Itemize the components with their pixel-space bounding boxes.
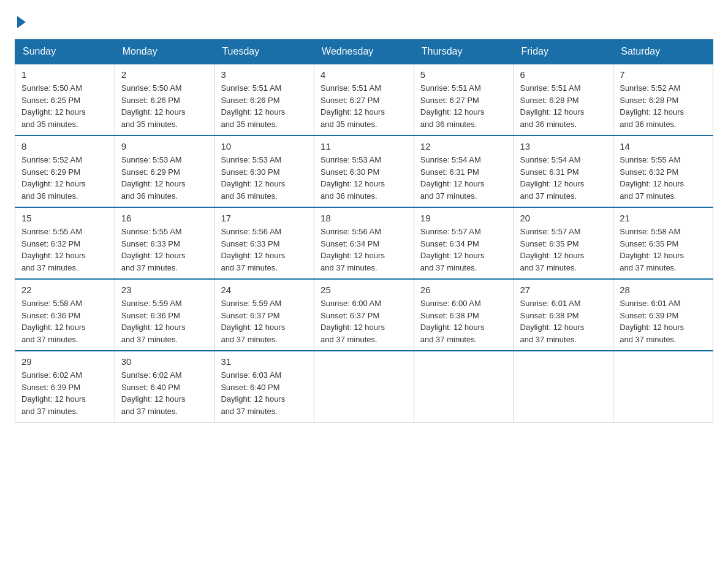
day-number: 24 bbox=[221, 285, 308, 295]
day-number: 17 bbox=[221, 213, 308, 223]
day-number: 21 bbox=[620, 213, 707, 223]
day-info: Sunrise: 5:57 AMSunset: 6:35 PMDaylight:… bbox=[520, 226, 607, 274]
day-info: Sunrise: 5:57 AMSunset: 6:34 PMDaylight:… bbox=[420, 226, 507, 274]
calendar-cell: 24Sunrise: 5:59 AMSunset: 6:37 PMDayligh… bbox=[214, 279, 314, 351]
calendar-cell: 11Sunrise: 5:53 AMSunset: 6:30 PMDayligh… bbox=[314, 136, 414, 207]
calendar-cell: 4Sunrise: 5:51 AMSunset: 6:27 PMDaylight… bbox=[314, 64, 414, 136]
calendar-cell: 15Sunrise: 5:55 AMSunset: 6:32 PMDayligh… bbox=[15, 207, 115, 279]
day-number: 22 bbox=[21, 285, 108, 295]
weekday-header-tuesday: Tuesday bbox=[214, 40, 314, 64]
calendar-cell: 20Sunrise: 5:57 AMSunset: 6:35 PMDayligh… bbox=[514, 207, 613, 279]
day-info: Sunrise: 5:59 AMSunset: 6:37 PMDaylight:… bbox=[221, 297, 308, 345]
day-info: Sunrise: 5:53 AMSunset: 6:30 PMDaylight:… bbox=[320, 154, 408, 202]
day-info: Sunrise: 5:59 AMSunset: 6:36 PMDaylight:… bbox=[121, 297, 208, 345]
day-info: Sunrise: 5:56 AMSunset: 6:33 PMDaylight:… bbox=[221, 226, 308, 274]
calendar-cell: 28Sunrise: 6:01 AMSunset: 6:39 PMDayligh… bbox=[613, 279, 713, 351]
day-info: Sunrise: 5:51 AMSunset: 6:26 PMDaylight:… bbox=[221, 82, 308, 130]
calendar-cell: 16Sunrise: 5:55 AMSunset: 6:33 PMDayligh… bbox=[115, 207, 214, 279]
day-number: 6 bbox=[520, 69, 607, 80]
calendar-cell: 22Sunrise: 5:58 AMSunset: 6:36 PMDayligh… bbox=[15, 279, 115, 351]
calendar-cell: 23Sunrise: 5:59 AMSunset: 6:36 PMDayligh… bbox=[115, 279, 214, 351]
day-info: Sunrise: 5:55 AMSunset: 6:32 PMDaylight:… bbox=[21, 226, 108, 274]
calendar-cell: 18Sunrise: 5:56 AMSunset: 6:34 PMDayligh… bbox=[314, 207, 414, 279]
calendar-cell: 2Sunrise: 5:50 AMSunset: 6:26 PMDaylight… bbox=[115, 64, 214, 136]
calendar-cell bbox=[613, 351, 713, 423]
day-number: 19 bbox=[420, 213, 507, 223]
calendar-cell: 13Sunrise: 5:54 AMSunset: 6:31 PMDayligh… bbox=[514, 136, 613, 207]
day-number: 23 bbox=[121, 285, 208, 295]
week-row-3: 15Sunrise: 5:55 AMSunset: 6:32 PMDayligh… bbox=[15, 207, 713, 279]
week-row-5: 29Sunrise: 6:02 AMSunset: 6:39 PMDayligh… bbox=[15, 351, 713, 423]
calendar-cell: 17Sunrise: 5:56 AMSunset: 6:33 PMDayligh… bbox=[214, 207, 314, 279]
day-info: Sunrise: 5:56 AMSunset: 6:34 PMDaylight:… bbox=[320, 226, 408, 274]
day-info: Sunrise: 5:50 AMSunset: 6:25 PMDaylight:… bbox=[21, 82, 108, 130]
day-number: 4 bbox=[320, 69, 408, 80]
day-number: 30 bbox=[121, 356, 208, 367]
day-number: 5 bbox=[420, 69, 507, 80]
calendar-cell bbox=[314, 351, 414, 423]
day-number: 10 bbox=[221, 141, 308, 151]
calendar-table: SundayMondayTuesdayWednesdayThursdayFrid… bbox=[15, 39, 713, 423]
day-number: 1 bbox=[21, 69, 108, 80]
day-info: Sunrise: 5:58 AMSunset: 6:36 PMDaylight:… bbox=[21, 297, 108, 345]
day-number: 14 bbox=[620, 141, 707, 151]
calendar-cell: 12Sunrise: 5:54 AMSunset: 6:31 PMDayligh… bbox=[414, 136, 514, 207]
day-number: 9 bbox=[121, 141, 208, 151]
day-info: Sunrise: 6:01 AMSunset: 6:38 PMDaylight:… bbox=[520, 297, 607, 345]
day-info: Sunrise: 5:53 AMSunset: 6:30 PMDaylight:… bbox=[221, 154, 308, 202]
day-info: Sunrise: 5:58 AMSunset: 6:35 PMDaylight:… bbox=[620, 226, 707, 274]
calendar-cell: 9Sunrise: 5:53 AMSunset: 6:29 PMDaylight… bbox=[115, 136, 214, 207]
day-info: Sunrise: 5:55 AMSunset: 6:32 PMDaylight:… bbox=[620, 154, 707, 202]
day-info: Sunrise: 5:50 AMSunset: 6:26 PMDaylight:… bbox=[121, 82, 208, 130]
weekday-header-monday: Monday bbox=[115, 40, 214, 64]
calendar-cell: 5Sunrise: 5:51 AMSunset: 6:27 PMDaylight… bbox=[414, 64, 514, 136]
day-number: 28 bbox=[620, 285, 707, 295]
calendar-cell: 26Sunrise: 6:00 AMSunset: 6:38 PMDayligh… bbox=[414, 279, 514, 351]
day-info: Sunrise: 5:52 AMSunset: 6:28 PMDaylight:… bbox=[620, 82, 707, 130]
day-info: Sunrise: 5:51 AMSunset: 6:27 PMDaylight:… bbox=[320, 82, 408, 130]
calendar-cell bbox=[514, 351, 613, 423]
day-number: 12 bbox=[420, 141, 507, 151]
calendar-cell: 3Sunrise: 5:51 AMSunset: 6:26 PMDaylight… bbox=[214, 64, 314, 136]
day-number: 2 bbox=[121, 69, 208, 80]
calendar-cell: 19Sunrise: 5:57 AMSunset: 6:34 PMDayligh… bbox=[414, 207, 514, 279]
weekday-header-row: SundayMondayTuesdayWednesdayThursdayFrid… bbox=[15, 40, 713, 64]
calendar-cell: 1Sunrise: 5:50 AMSunset: 6:25 PMDaylight… bbox=[15, 64, 115, 136]
logo bbox=[15, 15, 26, 27]
day-number: 11 bbox=[320, 141, 408, 151]
day-number: 13 bbox=[520, 141, 607, 151]
day-info: Sunrise: 6:00 AMSunset: 6:37 PMDaylight:… bbox=[320, 297, 408, 345]
day-info: Sunrise: 5:51 AMSunset: 6:28 PMDaylight:… bbox=[520, 82, 607, 130]
week-row-1: 1Sunrise: 5:50 AMSunset: 6:25 PMDaylight… bbox=[15, 64, 713, 136]
day-number: 18 bbox=[320, 213, 408, 223]
day-info: Sunrise: 5:52 AMSunset: 6:29 PMDaylight:… bbox=[21, 154, 108, 202]
day-info: Sunrise: 6:02 AMSunset: 6:39 PMDaylight:… bbox=[21, 369, 108, 417]
weekday-header-thursday: Thursday bbox=[414, 40, 514, 64]
day-number: 26 bbox=[420, 285, 507, 295]
week-row-2: 8Sunrise: 5:52 AMSunset: 6:29 PMDaylight… bbox=[15, 136, 713, 207]
calendar-cell: 8Sunrise: 5:52 AMSunset: 6:29 PMDaylight… bbox=[15, 136, 115, 207]
calendar-cell: 10Sunrise: 5:53 AMSunset: 6:30 PMDayligh… bbox=[214, 136, 314, 207]
weekday-header-saturday: Saturday bbox=[613, 40, 713, 64]
day-number: 29 bbox=[21, 356, 108, 367]
logo-arrow-icon bbox=[17, 16, 26, 28]
calendar-cell: 21Sunrise: 5:58 AMSunset: 6:35 PMDayligh… bbox=[613, 207, 713, 279]
day-number: 15 bbox=[21, 213, 108, 223]
day-number: 7 bbox=[620, 69, 707, 80]
weekday-header-friday: Friday bbox=[514, 40, 613, 64]
weekday-header-sunday: Sunday bbox=[15, 40, 115, 64]
day-number: 25 bbox=[320, 285, 408, 295]
day-info: Sunrise: 5:54 AMSunset: 6:31 PMDaylight:… bbox=[420, 154, 507, 202]
page-header bbox=[15, 15, 713, 27]
day-number: 20 bbox=[520, 213, 607, 223]
calendar-cell: 7Sunrise: 5:52 AMSunset: 6:28 PMDaylight… bbox=[613, 64, 713, 136]
weekday-header-wednesday: Wednesday bbox=[314, 40, 414, 64]
calendar-cell: 25Sunrise: 6:00 AMSunset: 6:37 PMDayligh… bbox=[314, 279, 414, 351]
day-info: Sunrise: 6:01 AMSunset: 6:39 PMDaylight:… bbox=[620, 297, 707, 345]
calendar-cell: 14Sunrise: 5:55 AMSunset: 6:32 PMDayligh… bbox=[613, 136, 713, 207]
day-number: 3 bbox=[221, 69, 308, 80]
calendar-cell: 27Sunrise: 6:01 AMSunset: 6:38 PMDayligh… bbox=[514, 279, 613, 351]
calendar-cell bbox=[414, 351, 514, 423]
day-number: 16 bbox=[121, 213, 208, 223]
day-info: Sunrise: 6:02 AMSunset: 6:40 PMDaylight:… bbox=[121, 369, 208, 417]
